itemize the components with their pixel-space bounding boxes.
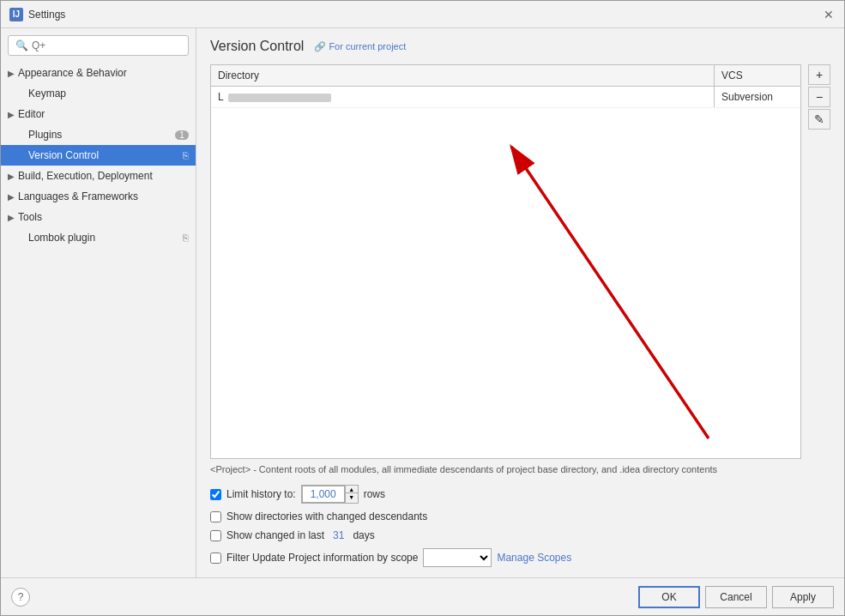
main-content: Version Control 🔗 For current project Di… <box>196 28 844 577</box>
sidebar: 🔍 ▶Appearance & Behavior Keymap ▶Editor … <box>1 28 196 577</box>
for-current-project-link[interactable]: 🔗 For current project <box>314 41 406 52</box>
options-section: Limit history to: ▲ ▼ rows Show director… <box>210 485 830 567</box>
sidebar-item-languages-frameworks[interactable]: ▶Languages & Frameworks <box>1 186 196 207</box>
close-button[interactable]: ✕ <box>822 8 836 21</box>
scope-dropdown[interactable] <box>423 548 492 567</box>
sidebar-item-build-execution[interactable]: ▶Build, Execution, Deployment <box>1 166 196 186</box>
help-button[interactable]: ? <box>11 588 30 607</box>
table-header: Directory VCS <box>211 65 800 87</box>
path-masked <box>228 94 331 102</box>
col-header-vcs: VCS <box>715 65 800 86</box>
limit-history-label-before: Limit history to: <box>226 488 296 500</box>
lombok-copy-icon: ⎘ <box>183 233 189 243</box>
col-header-directory: Directory <box>211 65 715 86</box>
sidebar-item-lombok-plugin[interactable]: Lombok plugin ⎘ <box>1 227 196 248</box>
apply-button[interactable]: Apply <box>772 586 834 608</box>
show-changed-label-before: Show changed in last <box>226 529 324 541</box>
sidebar-item-version-control[interactable]: Version Control ⎘ <box>1 145 196 166</box>
table-area: Directory VCS L Subversion <box>210 64 830 459</box>
spinbox-buttons: ▲ ▼ <box>345 486 358 503</box>
vcs-table: Directory VCS L Subversion <box>210 64 801 459</box>
manage-scopes-link[interactable]: Manage Scopes <box>497 552 571 564</box>
filter-update-checkbox[interactable] <box>210 553 221 564</box>
footer-right: OK Cancel Apply <box>638 586 834 608</box>
footer: ? OK Cancel Apply <box>1 577 844 615</box>
show-changed-label-after: days <box>353 529 374 541</box>
red-arrow <box>297 104 800 458</box>
show-changed-row: Show changed in last 31 days <box>210 529 830 541</box>
copy-icon: ⎘ <box>183 150 189 160</box>
link-icon: 🔗 <box>314 41 326 52</box>
sidebar-item-plugins[interactable]: Plugins 1 <box>1 124 196 145</box>
limit-history-row: Limit history to: ▲ ▼ rows <box>210 485 830 504</box>
title-bar-left: IJ Settings <box>9 8 65 21</box>
table-body: L Subversion <box>211 87 800 458</box>
table-side-buttons: + − ✎ <box>808 64 830 459</box>
row-vcs: Subversion <box>715 87 800 107</box>
row-directory: L <box>211 87 715 107</box>
show-changed-checkbox[interactable] <box>210 530 221 541</box>
dialog-title: Settings <box>28 9 65 21</box>
sidebar-item-editor[interactable]: ▶Editor <box>1 104 196 124</box>
remove-vcs-button[interactable]: − <box>808 87 830 107</box>
expand-arrow-build: ▶ <box>8 172 15 181</box>
ok-button[interactable]: OK <box>638 586 700 608</box>
show-directories-row: Show directories with changed descendant… <box>210 510 830 522</box>
add-vcs-button[interactable]: + <box>808 64 830 85</box>
filter-update-label: Filter Update Project information by sco… <box>226 552 418 564</box>
show-directories-checkbox[interactable] <box>210 511 221 522</box>
expand-arrow: ▶ <box>8 69 15 78</box>
limit-history-input[interactable] <box>302 486 345 503</box>
spinbox-down[interactable]: ▼ <box>346 493 358 501</box>
days-value: 31 <box>333 529 344 541</box>
project-note: <Project> - Content roots of all modules… <box>210 464 830 474</box>
sidebar-item-keymap[interactable]: Keymap <box>1 83 196 104</box>
footer-left: ? <box>11 588 30 607</box>
spinbox-up[interactable]: ▲ <box>346 486 358 493</box>
dialog-body: 🔍 ▶Appearance & Behavior Keymap ▶Editor … <box>1 28 844 577</box>
title-bar: IJ Settings ✕ <box>1 1 844 28</box>
plugins-badge: 1 <box>175 130 189 140</box>
app-icon: IJ <box>9 8 23 21</box>
table-row[interactable]: L Subversion <box>211 87 800 108</box>
cancel-button[interactable]: Cancel <box>705 586 767 608</box>
limit-history-label-after: rows <box>364 488 385 500</box>
limit-history-checkbox[interactable] <box>210 489 221 500</box>
search-input[interactable] <box>32 39 181 51</box>
content-header: Version Control 🔗 For current project <box>210 39 830 54</box>
search-box[interactable]: 🔍 <box>8 35 189 56</box>
sidebar-item-appearance-behavior[interactable]: ▶Appearance & Behavior <box>1 63 196 83</box>
svg-line-1 <box>511 147 709 438</box>
expand-arrow-lang: ▶ <box>8 192 15 202</box>
expand-arrow-editor: ▶ <box>8 110 15 119</box>
search-icon: 🔍 <box>15 39 28 51</box>
edit-vcs-button[interactable]: ✎ <box>808 109 830 130</box>
limit-history-spinbox[interactable]: ▲ ▼ <box>301 485 359 504</box>
filter-update-row: Filter Update Project information by sco… <box>210 548 830 567</box>
page-title: Version Control <box>210 39 304 54</box>
settings-dialog: IJ Settings ✕ 🔍 ▶Appearance & Behavior K… <box>0 0 845 616</box>
expand-arrow-tools: ▶ <box>8 213 15 222</box>
sidebar-item-tools[interactable]: ▶Tools <box>1 207 196 227</box>
show-directories-label: Show directories with changed descendant… <box>226 510 427 522</box>
